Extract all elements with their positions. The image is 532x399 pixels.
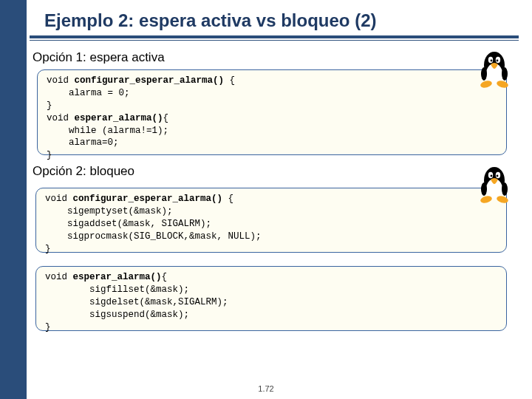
slide: Ejemplo 2: espera activa vs bloqueo (2) … xyxy=(0,0,532,399)
svg-point-12 xyxy=(488,172,493,178)
code-line: sigsuspend(&mask); xyxy=(45,310,189,320)
code-line: sigdelset(&mask,SIGALRM); xyxy=(45,297,228,307)
code-line: while (alarma!=1); xyxy=(47,126,168,136)
code-line: } xyxy=(45,244,51,254)
svg-point-8 xyxy=(481,67,487,81)
code-line: sigemptyset(&mask); xyxy=(45,206,173,216)
code-line: void configurar_esperar_alarma() { xyxy=(45,194,233,204)
title-rule-thin xyxy=(30,40,519,41)
svg-point-3 xyxy=(496,57,500,63)
code-line: alarma = 0; xyxy=(47,88,130,98)
section-heading-1: Opción 1: espera activa xyxy=(33,50,165,65)
code-line: void esperar_alarma(){ xyxy=(47,113,168,123)
sidebar-stripe xyxy=(0,0,27,399)
tux-penguin-icon xyxy=(477,164,511,205)
code-line: } xyxy=(45,322,51,332)
tux-penguin-icon xyxy=(477,49,511,90)
code-box-2: void configurar_esperar_alarma() { sigem… xyxy=(35,188,507,253)
code-line: sigfillset(&mask); xyxy=(45,284,189,295)
svg-point-9 xyxy=(502,67,508,81)
code-line: void esperar_alarma(){ xyxy=(45,272,167,282)
svg-point-13 xyxy=(496,172,500,178)
svg-point-2 xyxy=(488,57,493,63)
code-line: sigaddset(&mask, SIGALRM); xyxy=(45,219,211,229)
svg-point-15 xyxy=(497,175,499,177)
svg-point-18 xyxy=(481,183,487,196)
svg-point-5 xyxy=(497,60,499,62)
code-line: } xyxy=(47,100,52,111)
code-box-1: void configurar_esperar_alarma() { alarm… xyxy=(37,69,507,155)
code-line: sigprocmask(SIG_BLOCK,&mask, NULL); xyxy=(45,231,262,242)
svg-point-14 xyxy=(491,175,493,177)
section-heading-2: Opción 2: bloqueo xyxy=(33,164,134,179)
page-number: 1.72 xyxy=(0,384,532,393)
code-line: void configurar_esperar_alarma() { xyxy=(47,75,235,86)
svg-point-4 xyxy=(491,60,493,62)
code-line: } xyxy=(47,150,52,160)
code-line: alarma=0; xyxy=(47,137,119,148)
svg-point-19 xyxy=(502,183,508,196)
title-rule-thick xyxy=(30,35,519,38)
slide-title: Ejemplo 2: espera activa vs bloqueo (2) xyxy=(44,10,376,31)
code-box-3: void esperar_alarma(){ sigfillset(&mask)… xyxy=(35,266,507,331)
